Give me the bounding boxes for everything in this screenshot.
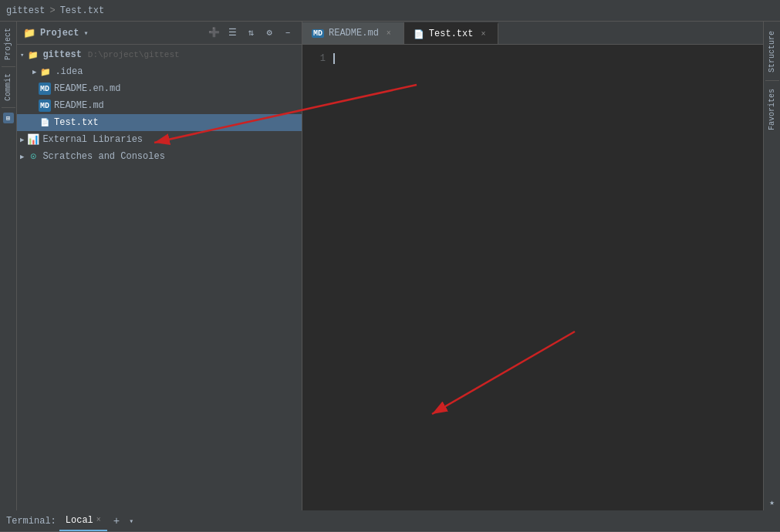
tab-readme-md[interactable]: MD README.md × [302, 22, 404, 44]
left-sidebar: Project Commit ⊞ [0, 22, 17, 510]
project-dropdown-arrow[interactable]: ▾ [83, 29, 88, 38]
line-num-1: 1 [302, 51, 326, 66]
tree-item-external-libs[interactable]: ▶ 📊 External Libraries [17, 131, 302, 148]
file-tree: ▾ 📁 gittest D:\project\gittest ▶ 📁 .idea… [17, 45, 302, 510]
project-panel-header: 📁 Project ▾ ➕ ☰ ⇅ ⚙ – [17, 22, 302, 45]
tree-path-gittest: D:\project\gittest [88, 50, 180, 59]
sidebar-project-label[interactable]: Project [2, 25, 14, 63]
tree-item-idea[interactable]: ▶ 📁 .idea [17, 63, 302, 80]
tree-label-scratches: Scratches and Consoles [42, 151, 164, 162]
title-bar: gittest > Test.txt [0, 0, 780, 22]
scratch-icon: ⊙ [27, 150, 39, 163]
editor-line-1 [333, 51, 757, 66]
right-sidebar-star[interactable]: ★ [769, 497, 775, 507]
file-icon-test-txt: 📄 [39, 116, 51, 129]
tab-close-test-txt[interactable]: × [478, 29, 488, 39]
title-project: gittest [6, 5, 45, 16]
sidebar-icon-1[interactable]: ⊞ [3, 113, 14, 123]
expand-arrow-extlibs: ▶ [20, 136, 24, 144]
folder-icon-header: 📁 [23, 27, 35, 39]
collapse-icon[interactable]: ☰ [225, 25, 240, 41]
file-icon-readme-en: MD [39, 82, 51, 95]
tree-item-readme[interactable]: MD README.md [17, 97, 302, 114]
tab-label-test-txt: Test.txt [429, 29, 474, 39]
project-panel: 📁 Project ▾ ➕ ☰ ⇅ ⚙ – ▾ 📁 gittest D:\pro… [17, 22, 302, 510]
editor-area: MD README.md × 📄 Test.txt × 1 [302, 22, 763, 510]
tree-label-test-txt: Test.txt [54, 117, 99, 128]
tab-icon-test-txt: 📄 [414, 29, 424, 39]
title-sep: > [49, 5, 55, 16]
tree-label-gittest: gittest [42, 49, 81, 60]
terminal-add-button[interactable]: + [110, 515, 123, 527]
tab-bar: MD README.md × 📄 Test.txt × [302, 22, 763, 45]
terminal-tab-close-local[interactable]: × [96, 516, 101, 524]
right-sidebar: Structure Favorites ★ [763, 22, 780, 510]
terminal-dropdown-button[interactable]: ▾ [126, 517, 137, 526]
terminal-header: Terminal: Local × + ▾ [0, 510, 780, 532]
terminal-area: Terminal: Local × + ▾ 尝试新的跨平台 PowerShell… [0, 510, 780, 532]
tab-test-txt[interactable]: 📄 Test.txt × [404, 22, 499, 44]
expand-arrow-idea: ▶ [32, 68, 36, 76]
tab-close-readme[interactable]: × [383, 28, 394, 39]
tree-label-readme-en: README.en.md [54, 83, 120, 94]
tree-item-readme-en[interactable]: MD README.en.md [17, 80, 302, 97]
project-panel-title: Project [40, 28, 79, 39]
settings-icon[interactable]: ⚙ [262, 25, 277, 41]
tab-icon-readme: MD [312, 29, 324, 38]
folder-icon-gittest: 📁 [27, 49, 39, 61]
terminal-title-label: Terminal: [6, 516, 56, 527]
line-numbers: 1 [302, 51, 333, 504]
sidebar-commit-label[interactable]: Commit [2, 70, 14, 104]
add-icon[interactable]: ➕ [206, 25, 221, 41]
editor-content[interactable]: 1 [302, 45, 763, 510]
file-icon-readme: MD [39, 99, 51, 112]
expand-icon[interactable]: ⇅ [243, 25, 258, 41]
tree-item-gittest[interactable]: ▾ 📁 gittest D:\project\gittest [17, 46, 302, 63]
tree-label-readme: README.md [54, 100, 104, 111]
terminal-tab-local[interactable]: Local × [59, 510, 107, 531]
terminal-tab-label-local: Local [66, 515, 93, 526]
lib-icon: 📊 [27, 133, 39, 146]
tree-label-idea: .idea [55, 66, 83, 77]
title-file: Test.txt [60, 5, 105, 16]
right-sidebar-structure[interactable]: Structure [768, 28, 776, 76]
minimize-icon[interactable]: – [280, 25, 295, 41]
expand-arrow-scratches: ▶ [20, 153, 24, 161]
folder-icon-idea: 📁 [39, 66, 52, 78]
tree-item-test-txt[interactable]: 📄 Test.txt [17, 114, 302, 131]
tab-label-readme: README.md [329, 28, 379, 39]
editor-text[interactable] [333, 51, 757, 504]
tree-label-external-libs: External Libraries [42, 134, 143, 145]
project-header-icons: ➕ ☰ ⇅ ⚙ – [206, 25, 295, 41]
tree-item-scratches[interactable]: ▶ ⊙ Scratches and Consoles [17, 148, 302, 165]
text-cursor [333, 53, 335, 64]
right-sidebar-favorites[interactable]: Favorites [768, 86, 776, 133]
expand-arrow-gittest: ▾ [20, 51, 24, 59]
